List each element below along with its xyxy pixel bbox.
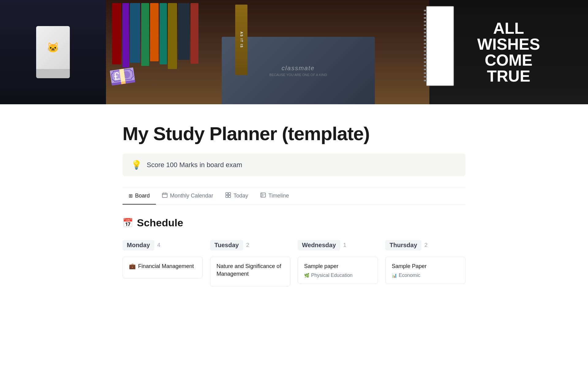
tab-timeline[interactable]: Timeline (254, 187, 295, 205)
tuesday-count: 2 (246, 242, 249, 248)
column-monday-header: Monday 4 (123, 237, 203, 253)
plant-icon: 🌿 (304, 273, 309, 278)
monday-card-1[interactable]: 💼Financial Management (123, 257, 203, 278)
column-tuesday-header: Tuesday 2 (210, 237, 290, 253)
thursday-subtitle-text: Economic (399, 273, 420, 278)
timeline-icon (260, 192, 266, 199)
monthly-calendar-icon (162, 192, 168, 199)
bottom-fade (0, 343, 588, 368)
chart-icon: 📊 (392, 273, 397, 278)
column-monday: Monday 4 💼Financial Management (123, 237, 203, 286)
thursday-card-1-title: Sample Paper (392, 263, 459, 270)
monday-count: 4 (157, 242, 160, 248)
board-icon: ⊞ (129, 193, 133, 199)
tabs-bar: ⊞ Board Monthly Calendar (123, 187, 466, 205)
wednesday-card-1[interactable]: Sample paper 🌿 Physical Education (298, 257, 378, 284)
thursday-card-1[interactable]: Sample Paper 📊 Economic (385, 257, 466, 284)
wednesday-count: 1 (343, 242, 346, 248)
svg-rect-5 (228, 193, 231, 195)
svg-rect-8 (261, 193, 266, 197)
svg-rect-7 (228, 195, 231, 197)
tab-today-label: Today (233, 193, 248, 199)
column-thursday: Thursday 2 Sample Paper 📊 Economic (385, 237, 466, 286)
board-columns: Monday 4 💼Financial Management Tuesday 2… (123, 237, 466, 286)
briefcase-icon: 💼 (129, 263, 136, 269)
column-wednesday-header: Wednesday 1 (298, 237, 378, 253)
wednesday-card-1-title: Sample paper (304, 263, 371, 270)
thursday-count: 2 (424, 242, 428, 248)
money-emoji: 💷 (107, 62, 137, 90)
tab-monthly-calendar[interactable]: Monthly Calendar (156, 187, 219, 205)
schedule-title: Schedule (137, 217, 183, 229)
monday-card-1-title: 💼Financial Management (129, 263, 196, 270)
wednesday-card-1-subtitle: 🌿 Physical Education (304, 273, 371, 278)
tab-timeline-label: Timeline (268, 193, 289, 199)
tab-board-label: Board (135, 193, 150, 199)
today-icon (225, 192, 231, 199)
schedule-header: 📅 Schedule (123, 217, 466, 229)
goal-icon: 💡 (131, 160, 142, 170)
svg-rect-0 (162, 193, 167, 197)
goal-text: Score 100 Marks in board exam (147, 161, 242, 169)
wednesday-label: Wednesday (298, 240, 340, 251)
thursday-card-1-subtitle: 📊 Economic (392, 273, 459, 278)
tab-today[interactable]: Today (219, 187, 254, 205)
tab-monthly-calendar-label: Monthly Calendar (170, 193, 213, 199)
all-wishes-text: ALLWISHESComeTRUE (471, 14, 546, 90)
column-tuesday: Tuesday 2 Nature and Significance of Man… (210, 237, 290, 286)
tuesday-card-1[interactable]: Nature and Significance of Management (210, 257, 290, 286)
schedule-emoji: 📅 (123, 218, 133, 228)
goal-callout: 💡 Score 100 Marks in board exam (123, 154, 466, 176)
monday-label: Monday (123, 240, 154, 251)
svg-rect-4 (226, 193, 228, 195)
thursday-label: Thursday (385, 240, 421, 251)
tab-board[interactable]: ⊞ Board (123, 188, 156, 205)
svg-rect-6 (226, 195, 228, 197)
column-thursday-header: Thursday 2 (385, 237, 466, 253)
column-wednesday: Wednesday 1 Sample paper 🌿 Physical Educ… (298, 237, 378, 286)
tuesday-card-1-title: Nature and Significance of Management (217, 263, 284, 278)
page-title: My Study Planner (template) (123, 123, 466, 144)
hero-banner: 🐱 classmate BECAUSE YOU ARE ONE OF (0, 0, 588, 104)
wednesday-subtitle-text: Physical Education (311, 273, 352, 278)
tuesday-label: Tuesday (210, 240, 243, 251)
